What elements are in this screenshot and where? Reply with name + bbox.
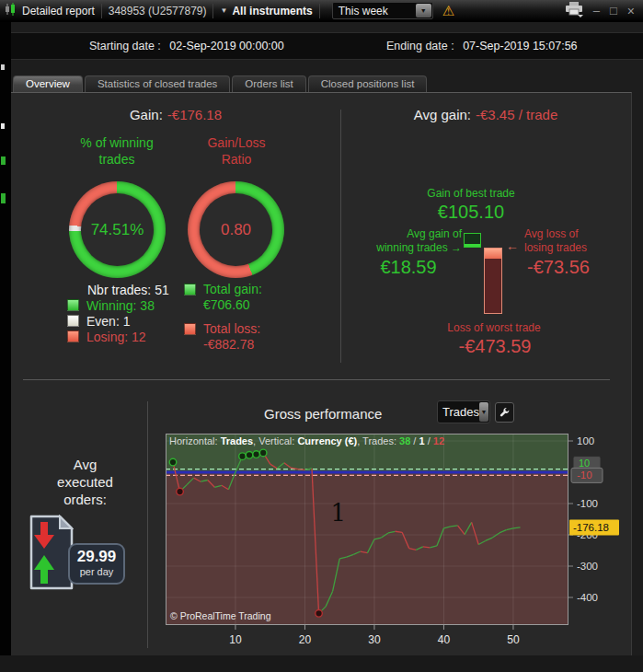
- svg-text:50: 50: [507, 633, 520, 646]
- warning-icon: ⚠: [442, 4, 454, 17]
- svg-text:10: 10: [229, 633, 242, 646]
- ratio-donut-chart: 0.80: [188, 181, 284, 278]
- svg-text:© ProRealTime Trading: © ProRealTime Trading: [170, 610, 271, 621]
- avg-orders-value: 29.99: [70, 548, 123, 566]
- avg-gain-value: -€3.45 / trade: [476, 107, 557, 122]
- chevron-down-icon[interactable]: ▼: [416, 4, 431, 17]
- chevron-down-icon[interactable]: ▼: [479, 402, 488, 422]
- total-gain-value: €706.60: [203, 297, 250, 312]
- svg-text:-100: -100: [577, 498, 598, 509]
- ending-date-value: 07-Sep-2019 15:07:56: [463, 40, 577, 52]
- ending-date-label: Ending date :: [386, 40, 454, 52]
- avg-gain-label: Avg gain:: [414, 107, 471, 122]
- background-window-sliver: [1, 156, 6, 165]
- avg-loss-value: -€73.56: [508, 257, 609, 278]
- svg-text:1: 1: [331, 499, 347, 527]
- close-button[interactable]: ×: [627, 4, 635, 18]
- svg-text:20: 20: [299, 633, 312, 646]
- avg-win-value: €18.59: [353, 257, 464, 278]
- ratio-donut-value: 0.80: [188, 181, 284, 278]
- avg-gain-header: Avg gain:-€3.45 / trade: [340, 107, 631, 122]
- chart-mode-value: Trades: [438, 405, 479, 419]
- starting-date: Starting date : 02-Sep-2019 00:00:00: [89, 33, 284, 59]
- avg-loss-label: Avg loss of losing trades: [524, 227, 587, 255]
- best-trade-bar: [464, 233, 481, 248]
- gain-header: Gain:-€176.18: [11, 107, 340, 122]
- winning-trades-row: Winning: 38: [67, 297, 169, 313]
- window-bottom-strip: [0, 655, 643, 672]
- chart-settings-button[interactable]: [495, 402, 514, 423]
- svg-text:100: 100: [577, 435, 594, 446]
- svg-text:-400: -400: [577, 592, 598, 603]
- avg-orders-badge: 29.99 per day: [68, 543, 125, 585]
- divider: [319, 4, 320, 18]
- chart-mode-dropdown[interactable]: Trades ▼: [437, 400, 490, 423]
- green-swatch-icon: [184, 284, 196, 295]
- starting-date-value: 02-Sep-2019 00:00:00: [169, 40, 283, 52]
- losing-trades: Losing: 12: [86, 330, 146, 344]
- wrench-icon: [499, 407, 511, 419]
- tab-orders-list[interactable]: Orders list: [232, 75, 305, 92]
- period-select[interactable]: This week ▼: [332, 2, 433, 19]
- trades-stats: Nbr trades: 51 Winning: 38 Even: 1 Losin…: [67, 282, 169, 344]
- avg-loss-band: [485, 249, 501, 259]
- ratio-donut-title: Gain/Loss Ratio: [167, 134, 305, 168]
- horizontal-divider: [23, 379, 610, 380]
- svg-text:-300: -300: [577, 561, 598, 572]
- arrow-left-icon: ←: [506, 238, 519, 253]
- total-loss-label: Total loss:: [203, 321, 260, 336]
- svg-text:-176.18: -176.18: [573, 522, 609, 533]
- tab-closed-positions-list[interactable]: Closed positions list: [308, 75, 428, 92]
- even-trades-row: Even: 1: [67, 313, 169, 329]
- best-trade-value: €105.10: [407, 202, 535, 223]
- account-id: 348953 (U2577879): [109, 5, 207, 17]
- orders-document-icon: [29, 515, 74, 594]
- winning-donut-chart: 74.51%: [69, 181, 166, 278]
- svg-text:30: 30: [368, 633, 381, 646]
- best-trade-label: Gain of best trade: [397, 187, 545, 201]
- tab-statistics-of-closed-trades[interactable]: Statistics of closed trades: [85, 75, 230, 92]
- worst-trade-label: Loss of worst trade: [416, 321, 572, 335]
- overview-panel: Gain:-€176.18 Avg gain:-€3.45 / trade % …: [11, 92, 632, 655]
- avg-orders-unit: per day: [70, 566, 123, 577]
- background-window-edge: [0, 22, 11, 672]
- title-bar: Detailed report 348953 (U2577879) ▼ All …: [0, 0, 643, 22]
- svg-text:-10: -10: [577, 469, 592, 481]
- green-swatch-icon: [67, 299, 79, 311]
- white-swatch-icon: [67, 315, 79, 327]
- ending-date: Ending date : 07-Sep-2019 15:07:56: [386, 33, 578, 59]
- worst-trade-bar: [484, 248, 502, 314]
- tab-overview[interactable]: Overview: [13, 75, 83, 92]
- nbr-trades: Nbr trades: 51: [67, 282, 169, 297]
- red-swatch-icon: [67, 330, 79, 342]
- total-gain-label: Total gain:: [203, 282, 262, 296]
- red-swatch-icon: [184, 323, 196, 335]
- losing-trades-row: Losing: 12: [67, 329, 169, 344]
- starting-date-label: Starting date :: [89, 40, 161, 52]
- avg-orders-label: Avg executed orders:: [18, 456, 152, 508]
- background-window-sliver: [1, 123, 5, 129]
- total-loss-block: Total loss: -€882.78: [184, 321, 260, 353]
- divider: [212, 4, 213, 18]
- maximize-button[interactable]: □: [610, 4, 617, 17]
- dates-bar: Starting date : 02-Sep-2019 00:00:00 End…: [11, 32, 643, 60]
- winning-donut-value: 74.51%: [69, 181, 166, 278]
- minimize-button[interactable]: –: [593, 4, 600, 17]
- total-gain-block: Total gain: €706.60: [184, 282, 262, 313]
- print-button[interactable]: [565, 2, 583, 20]
- total-loss-value: -€882.78: [203, 337, 254, 352]
- report-tabs: Overview Statistics of closed trades Ord…: [13, 75, 427, 92]
- svg-text:10: 10: [579, 458, 590, 469]
- divider: [101, 4, 102, 18]
- instruments-dropdown[interactable]: All instruments: [232, 5, 312, 17]
- vertical-divider: [147, 401, 148, 648]
- candlestick-chart-icon: [5, 3, 17, 18]
- svg-text:40: 40: [438, 633, 451, 646]
- detailed-report-window: Detailed report 348953 (U2577879) ▼ All …: [0, 0, 643, 672]
- background-window-sliver: [1, 64, 5, 70]
- worst-trade-value: -€473.59: [421, 336, 568, 357]
- gain-value: -€176.18: [167, 107, 222, 122]
- period-select-value: This week: [333, 5, 416, 17]
- avg-win-label: Avg gain of winning trades →: [333, 227, 462, 255]
- window-title: Detailed report: [22, 5, 95, 17]
